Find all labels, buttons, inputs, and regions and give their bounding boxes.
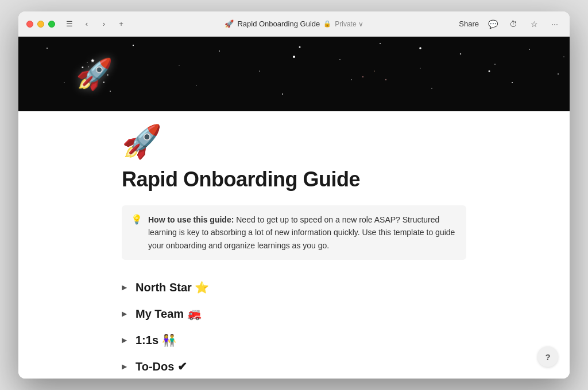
svg-point-19 <box>351 79 352 80</box>
titlebar-title: Rapid Onboarding Guide <box>237 20 320 28</box>
svg-point-22 <box>563 56 564 57</box>
toggle-label-one-on-ones: 1:1s 👫 <box>136 333 176 347</box>
traffic-lights <box>26 21 55 28</box>
chevron-down-icon: ∨ <box>358 20 363 28</box>
close-button[interactable] <box>26 21 33 28</box>
maximize-button[interactable] <box>48 21 55 28</box>
toggle-label-north-star: North Star ⭐ <box>136 280 209 294</box>
callout-icon: 💡 <box>131 214 142 225</box>
toggle-my-team[interactable]: ▶ My Team 🚒 <box>122 302 466 325</box>
svg-point-26 <box>362 76 363 77</box>
svg-point-11 <box>460 53 461 54</box>
privacy-badge[interactable]: Private ∨ <box>335 20 363 28</box>
svg-point-27 <box>374 71 375 72</box>
minimize-button[interactable] <box>37 21 44 28</box>
privacy-label: Private <box>335 20 356 28</box>
svg-point-12 <box>494 64 496 65</box>
svg-point-20 <box>431 88 432 89</box>
add-block-button[interactable]: + <box>99 118 106 128</box>
toggle-arrow-icon: ▶ <box>122 310 130 318</box>
callout-text: How to use this guide: Need to get up to… <box>148 213 457 252</box>
svg-point-3 <box>133 45 134 46</box>
lock-icon: 🔒 <box>323 20 331 28</box>
page-content: + ⠿ 🚀 Rapid Onboarding Guide 💡 How to us… <box>18 111 570 379</box>
toggle-one-on-ones[interactable]: ▶ 1:1s 👫 <box>122 329 466 352</box>
app-window: ☰ ‹ › + 🚀 Rapid Onboarding Guide 🔒 Priva… <box>18 11 570 379</box>
svg-point-9 <box>380 43 381 44</box>
drag-handle[interactable]: ⠿ <box>107 118 115 128</box>
svg-point-15 <box>64 82 65 83</box>
svg-point-14 <box>558 73 559 75</box>
comment-button[interactable]: 💬 <box>486 17 500 31</box>
back-button[interactable]: ‹ <box>79 18 94 30</box>
cover-rocket-icon: 🚀 <box>76 57 113 92</box>
page-icon-small: 🚀 <box>225 20 234 28</box>
svg-point-4 <box>179 65 179 65</box>
titlebar-center: 🚀 Rapid Onboarding Guide 🔒 Private ∨ <box>225 20 363 28</box>
svg-point-24 <box>419 47 421 49</box>
toggle-list: ▶ North Star ⭐ ▶ My Team 🚒 ▶ 1:1s 👫 ▶ To… <box>122 276 466 378</box>
toggle-label-to-dos: To-Dos ✔ <box>136 360 187 373</box>
toggle-arrow-icon: ▶ <box>122 362 130 370</box>
page-inner: + ⠿ 🚀 Rapid Onboarding Guide 💡 How to us… <box>87 111 501 379</box>
svg-point-17 <box>196 85 196 85</box>
svg-point-23 <box>293 56 295 58</box>
svg-point-25 <box>489 71 490 72</box>
cover-image: 🚀 <box>18 37 570 111</box>
menu-button[interactable]: ☰ <box>62 18 77 30</box>
svg-point-1 <box>47 48 48 49</box>
callout-block: 💡 How to use this guide: Need to get up … <box>122 205 466 260</box>
forward-button[interactable]: › <box>96 18 111 30</box>
titlebar: ☰ ‹ › + 🚀 Rapid Onboarding Guide 🔒 Priva… <box>18 11 570 37</box>
svg-point-13 <box>529 49 530 50</box>
favorite-button[interactable]: ☆ <box>527 17 541 31</box>
page-icon: 🚀 <box>122 123 466 161</box>
svg-point-7 <box>299 46 301 48</box>
toggle-north-star[interactable]: ▶ North Star ⭐ <box>122 276 466 299</box>
add-button[interactable]: + <box>114 18 129 30</box>
svg-point-8 <box>339 59 341 60</box>
svg-point-10 <box>420 68 420 68</box>
titlebar-actions: Share 💬 ⏱ ☆ ··· <box>459 17 562 31</box>
nav-controls: ☰ ‹ › + <box>62 18 129 30</box>
svg-point-6 <box>259 71 260 72</box>
svg-point-5 <box>219 50 220 52</box>
toggle-label-my-team: My Team 🚒 <box>136 307 202 321</box>
share-button[interactable]: Share <box>459 20 479 28</box>
callout-bold: How to use this guide: <box>148 215 234 224</box>
svg-point-28 <box>385 79 386 80</box>
toggle-arrow-icon: ▶ <box>122 336 130 344</box>
history-button[interactable]: ⏱ <box>506 17 520 31</box>
toggle-arrow-icon: ▶ <box>122 283 130 291</box>
toggle-to-dos[interactable]: ▶ To-Dos ✔ <box>122 355 466 378</box>
svg-point-21 <box>512 82 513 83</box>
svg-point-18 <box>282 93 283 95</box>
help-button[interactable]: ? <box>537 346 558 367</box>
more-button[interactable]: ··· <box>548 17 562 31</box>
page-title: Rapid Onboarding Guide <box>122 167 466 192</box>
